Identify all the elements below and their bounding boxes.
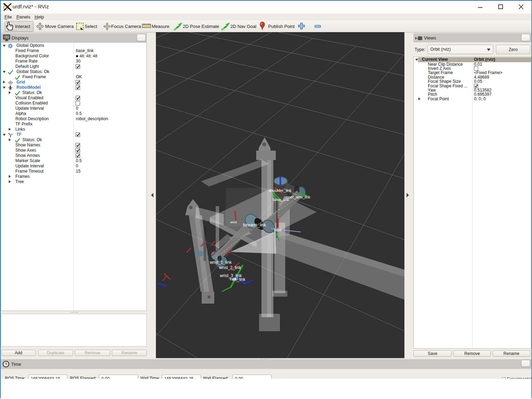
svg-text:wrist_1_link: wrist_1_link: [209, 260, 232, 265]
svg-text:base: base: [274, 228, 282, 232]
svg-text:shoulder_link: shoulder_link: [269, 188, 292, 193]
svg-text:tool0: tool0: [230, 277, 238, 281]
svg-text:forearm_link: forearm_link: [243, 223, 266, 227]
svg-text:base_link: base_link: [273, 197, 289, 202]
svg-text:wrist: wrist: [230, 220, 237, 224]
svg-text:wrist_2_link: wrist_2_link: [219, 265, 242, 270]
